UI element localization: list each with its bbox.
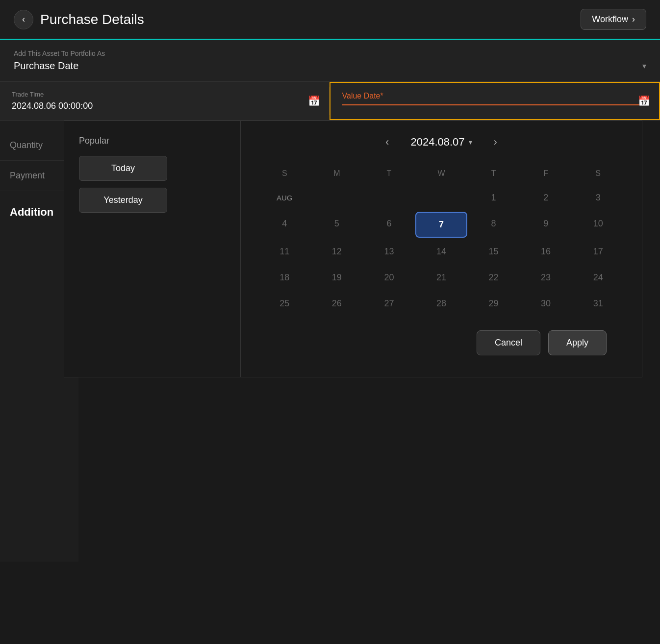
workflow-label: Workflow [592, 14, 628, 25]
cal-day-31[interactable]: 31 [572, 292, 624, 316]
cal-day-1[interactable]: 1 [467, 186, 520, 210]
calendar-nav: ‹ 2024.08.07 ▾ › [258, 133, 624, 151]
calendar-week-2: 4 5 6 7 8 9 10 [258, 212, 624, 238]
cal-day-11[interactable]: 11 [258, 240, 311, 264]
cal-day-20[interactable]: 20 [363, 266, 415, 290]
page-header: ‹ Purchase Details Workflow › [0, 0, 660, 40]
day-of-week-row: S M T W T F S [258, 165, 624, 182]
calendar-footer: Cancel Apply [258, 321, 624, 365]
cal-day-empty [415, 186, 468, 210]
next-month-button[interactable]: › [487, 133, 504, 151]
cal-day-empty [311, 186, 363, 210]
today-button[interactable]: Today [79, 156, 167, 181]
dow-thu: T [467, 165, 520, 182]
workflow-arrow-icon: › [632, 14, 635, 25]
trade-time-value: 2024.08.06 00:00:00 [12, 101, 317, 111]
cal-day-23[interactable]: 23 [520, 266, 572, 290]
cal-day-5[interactable]: 5 [311, 212, 363, 238]
dow-wed: W [415, 165, 468, 182]
yesterday-button[interactable]: Yesterday [79, 188, 167, 213]
cal-day-26[interactable]: 26 [311, 292, 363, 316]
dow-mon: M [311, 165, 363, 182]
dow-fri: F [520, 165, 572, 182]
cal-day-24[interactable]: 24 [572, 266, 624, 290]
apply-button[interactable]: Apply [548, 330, 607, 355]
calendar-overlay: Popular Today Yesterday ‹ 2024.08.07 ▾ ›… [64, 121, 642, 377]
calendar-week-1: AUG 1 2 3 [258, 186, 624, 210]
cal-day-25[interactable]: 25 [258, 292, 311, 316]
prev-month-button[interactable]: ‹ [379, 133, 396, 151]
cal-day-8[interactable]: 8 [467, 212, 520, 238]
popular-panel: Popular Today Yesterday [64, 121, 241, 377]
calendar-week-5: 25 26 27 28 29 30 31 [258, 292, 624, 316]
cal-day-10[interactable]: 10 [572, 212, 624, 238]
popular-title: Popular [79, 136, 226, 146]
date-row: Trade Time 2024.08.06 00:00:00 📅 Value D… [0, 82, 660, 121]
cal-day-12[interactable]: 12 [311, 240, 363, 264]
cal-day-29[interactable]: 29 [467, 292, 520, 316]
dow-sun: S [258, 165, 311, 182]
cal-day-7[interactable]: 7 [415, 212, 468, 238]
calendar-week-4: 18 19 20 21 22 23 24 [258, 266, 624, 290]
trade-time-field[interactable]: Trade Time 2024.08.06 00:00:00 📅 [0, 82, 329, 120]
cal-day-6[interactable]: 6 [363, 212, 415, 238]
cal-day-27[interactable]: 27 [363, 292, 415, 316]
dow-sat: S [572, 165, 624, 182]
portfolio-value[interactable]: Purchase Date ▾ [14, 60, 646, 72]
cal-day-28[interactable]: 28 [415, 292, 468, 316]
cal-day-empty [363, 186, 415, 210]
portfolio-dropdown-icon: ▾ [642, 61, 646, 71]
trade-time-label: Trade Time [12, 91, 317, 98]
cal-day-21[interactable]: 21 [415, 266, 468, 290]
calendar-week-3: 11 12 13 14 15 16 17 [258, 240, 624, 264]
portfolio-value-text: Purchase Date [14, 60, 78, 72]
main-content: Quantity Payment Addition Popular Today … [0, 121, 660, 562]
month-dropdown-icon: ▾ [469, 138, 472, 146]
portfolio-section: Add This Asset To Portfolio As Purchase … [0, 40, 660, 82]
header-left: ‹ Purchase Details [14, 10, 144, 29]
cal-day-15[interactable]: 15 [467, 240, 520, 264]
cal-day-3[interactable]: 3 [572, 186, 624, 210]
cal-day-19[interactable]: 19 [311, 266, 363, 290]
cal-day-30[interactable]: 30 [520, 292, 572, 316]
cal-day-17[interactable]: 17 [572, 240, 624, 264]
value-date-label: Value Date* [342, 92, 648, 100]
cal-day-2[interactable]: 2 [520, 186, 572, 210]
value-date-underline [342, 104, 648, 105]
dow-tue: T [363, 165, 415, 182]
cal-day-13[interactable]: 13 [363, 240, 415, 264]
cal-day-4[interactable]: 4 [258, 212, 311, 238]
cal-day-14[interactable]: 14 [415, 240, 468, 264]
cal-day-22[interactable]: 22 [467, 266, 520, 290]
aug-label: AUG [258, 186, 311, 210]
calendar-panel: ‹ 2024.08.07 ▾ › S M T W T F S [241, 121, 642, 377]
calendar-grid: S M T W T F S AUG 1 2 3 [258, 165, 624, 316]
cancel-button[interactable]: Cancel [477, 330, 540, 355]
page-title: Purchase Details [40, 12, 144, 27]
calendar-month-label: 2024.08.07 ▾ [410, 136, 472, 149]
trade-time-calendar-icon: 📅 [308, 95, 320, 107]
cal-day-18[interactable]: 18 [258, 266, 311, 290]
back-icon: ‹ [22, 14, 25, 25]
workflow-button[interactable]: Workflow › [581, 9, 646, 30]
month-label-text: 2024.08.07 [410, 136, 464, 149]
back-button[interactable]: ‹ [14, 10, 33, 29]
cal-day-16[interactable]: 16 [520, 240, 572, 264]
value-date-calendar-icon: 📅 [638, 95, 650, 107]
value-date-field[interactable]: Value Date* 📅 [330, 82, 660, 120]
portfolio-label: Add This Asset To Portfolio As [14, 50, 646, 57]
cal-day-9[interactable]: 9 [520, 212, 572, 238]
